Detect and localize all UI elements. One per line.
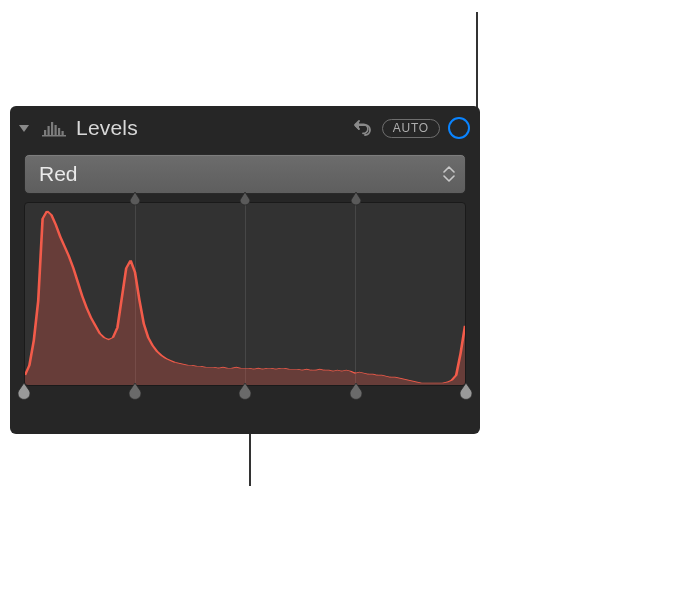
svg-rect-5 bbox=[58, 128, 60, 135]
highlights-handle[interactable] bbox=[349, 382, 363, 402]
levels-header: Levels AUTO bbox=[10, 106, 480, 144]
top-slider-handle[interactable] bbox=[129, 192, 141, 206]
popup-stepper-icon bbox=[443, 166, 455, 182]
black-point-handle[interactable] bbox=[17, 382, 31, 402]
histogram-container bbox=[24, 202, 466, 386]
channel-popup[interactable]: Red bbox=[24, 154, 466, 194]
undo-icon[interactable] bbox=[352, 117, 374, 139]
enable-toggle[interactable] bbox=[448, 117, 470, 139]
disclosure-triangle[interactable] bbox=[16, 120, 32, 136]
auto-button[interactable]: AUTO bbox=[382, 119, 440, 138]
svg-rect-6 bbox=[62, 131, 64, 135]
svg-rect-2 bbox=[48, 126, 50, 135]
levels-icon bbox=[40, 117, 68, 139]
midtones-handle[interactable] bbox=[238, 382, 252, 402]
channel-popup-label: Red bbox=[39, 162, 78, 186]
white-point-handle[interactable] bbox=[459, 382, 473, 402]
top-slider-handle[interactable] bbox=[350, 192, 362, 206]
slider-track bbox=[24, 386, 466, 410]
top-slider-handle[interactable] bbox=[239, 192, 251, 206]
panel-title: Levels bbox=[76, 116, 344, 140]
levels-panel: Levels AUTO Red bbox=[10, 106, 480, 434]
shadows-handle[interactable] bbox=[128, 382, 142, 402]
histogram bbox=[24, 202, 466, 386]
svg-rect-7 bbox=[42, 135, 66, 137]
svg-rect-4 bbox=[55, 125, 57, 135]
svg-rect-1 bbox=[44, 130, 46, 135]
svg-rect-3 bbox=[51, 122, 53, 135]
